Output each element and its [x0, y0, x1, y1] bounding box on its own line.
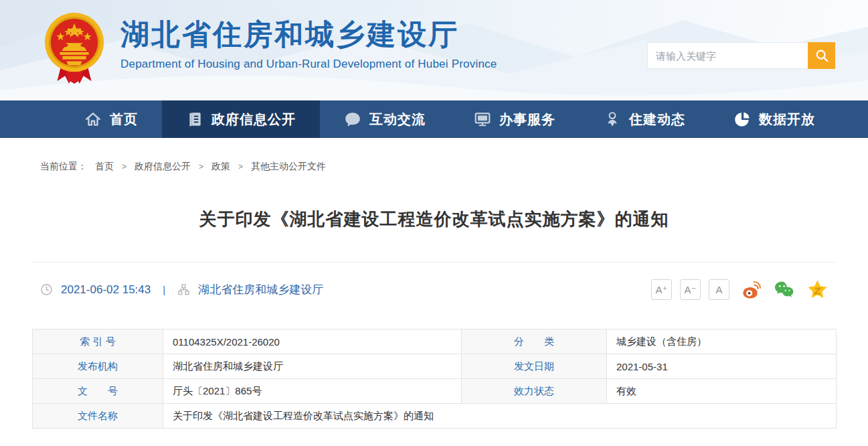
font-size-increase-button[interactable]: A⁺ — [651, 279, 672, 300]
nav-item-housing-news[interactable]: 住建动态 — [580, 100, 709, 138]
article-meta-bar: 2021-06-02 15:43 | 湖北省住房和城乡建设厅 A⁺ A⁻ A — [32, 262, 836, 315]
nav-item-home[interactable]: 首页 — [60, 100, 162, 138]
document-icon — [186, 110, 203, 128]
publish-time: 2021-06-02 15:43 — [61, 283, 151, 297]
site-header: 湖北省住房和城乡建设厅 Department of Housing and Ur… — [0, 0, 868, 100]
breadcrumb-item-other-public-files[interactable]: 其他主动公开文件 — [251, 161, 326, 173]
meta-separator: | — [159, 284, 169, 295]
document-info-table: 索 引 号 01104325X/2021-26020 分 类 城乡建设（含住房）… — [32, 329, 837, 429]
issuing-agency-value: 湖北省住房和城乡建设厅 — [163, 354, 462, 379]
site-title: 湖北省住房和城乡建设厅 — [120, 17, 497, 52]
chat-icon — [344, 110, 361, 128]
validity-status-label: 效力状态 — [462, 379, 607, 404]
breadcrumb-item-info-disclosure[interactable]: 政府信息公开 — [135, 161, 191, 173]
site-subtitle: Department of Housing and Urban-Rural De… — [120, 58, 497, 71]
site-search — [647, 42, 835, 69]
font-size-reset-button[interactable]: A — [709, 279, 729, 300]
issuing-agency-label: 发布机构 — [33, 354, 163, 379]
weibo-icon[interactable] — [742, 279, 762, 300]
breadcrumb-item-policy[interactable]: 政策 — [211, 161, 230, 173]
search-icon — [814, 48, 829, 63]
breadcrumb: 当前位置： 首页 > 政府信息公开 > 政策 > 其他主动公开文件 — [0, 138, 868, 173]
breadcrumb-label: 当前位置： — [40, 161, 87, 173]
national-emblem-logo — [41, 11, 107, 86]
pie-chart-icon — [733, 110, 751, 128]
index-number-label: 索 引 号 — [33, 329, 163, 354]
table-row: 索 引 号 01104325X/2021-26020 分 类 城乡建设（含住房） — [33, 329, 837, 354]
search-button[interactable] — [808, 42, 835, 69]
monitor-icon — [474, 110, 491, 128]
article-title: 关于印发《湖北省建设工程造价改革试点实施方案》的通知 — [0, 208, 868, 231]
breadcrumb-separator: > — [122, 162, 126, 171]
wechat-icon[interactable] — [774, 279, 795, 300]
main-navigation: 首页 政府信息公开 互动交流 办事服务 住建动态 — [0, 100, 868, 138]
document-number-label: 文 号 — [33, 379, 163, 404]
person-icon — [604, 110, 621, 128]
category-value: 城乡建设（含住房） — [607, 329, 837, 354]
issue-date-label: 发文日期 — [462, 354, 607, 379]
table-row: 文件名称 关于印发《湖北省建设工程造价改革试点实施方案》的通知 — [33, 404, 837, 429]
document-number-value: 厅头〔2021〕865号 — [163, 379, 462, 404]
issue-date-value: 2021-05-31 — [607, 354, 837, 379]
nav-item-interaction[interactable]: 互动交流 — [320, 100, 450, 138]
nav-item-open-data[interactable]: 数据开放 — [709, 100, 839, 138]
index-number-value: 01104325X/2021-26020 — [163, 329, 462, 354]
clock-icon — [40, 283, 53, 296]
article-source: 湖北省住房和城乡建设厅 — [198, 282, 323, 297]
validity-status-value: 有效 — [607, 379, 837, 404]
breadcrumb-separator: > — [238, 162, 243, 171]
category-label: 分 类 — [462, 329, 607, 354]
document-name-label: 文件名称 — [33, 404, 163, 429]
organization-icon — [177, 283, 190, 296]
nav-item-government-info-disclosure[interactable]: 政府信息公开 — [162, 100, 320, 138]
nav-item-services[interactable]: 办事服务 — [450, 100, 580, 138]
qzone-icon[interactable] — [807, 279, 828, 300]
breadcrumb-separator: > — [199, 162, 203, 171]
home-icon — [84, 110, 102, 128]
table-row: 文 号 厅头〔2021〕865号 效力状态 有效 — [33, 379, 837, 404]
table-row: 发布机构 湖北省住房和城乡建设厅 发文日期 2021-05-31 — [33, 354, 837, 379]
font-size-decrease-button[interactable]: A⁻ — [680, 279, 701, 300]
search-input[interactable] — [647, 42, 808, 69]
document-name-value: 关于印发《湖北省建设工程造价改革试点实施方案》的通知 — [163, 404, 837, 429]
breadcrumb-item-home[interactable]: 首页 — [95, 161, 114, 173]
